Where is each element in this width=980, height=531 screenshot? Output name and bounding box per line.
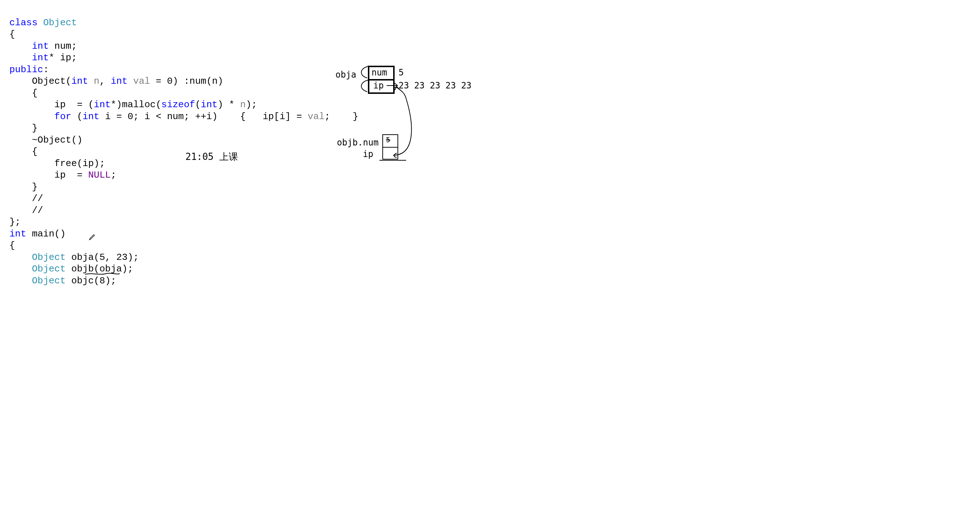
- kw-for: for: [54, 111, 72, 122]
- objb-ip-label: ip: [363, 149, 373, 159]
- code-text: *)malloc(: [111, 99, 161, 110]
- obja-num-value: 5: [399, 67, 404, 78]
- param-n: n: [88, 76, 99, 87]
- code-text: (: [72, 111, 83, 122]
- null-literal: NULL: [88, 170, 110, 180]
- param-val: val: [308, 111, 325, 122]
- code-text: ip =: [54, 170, 88, 180]
- obja-label: obja: [336, 69, 356, 80]
- pencil-cursor-icon: [89, 234, 95, 241]
- code-text: * ip;: [49, 53, 77, 63]
- page-root: class Object { int num; int* ip; public:…: [0, 0, 980, 531]
- obja-ip-label: ip: [373, 80, 384, 91]
- kw-int: int: [72, 76, 88, 87]
- code-text: );: [246, 99, 257, 110]
- code-text: }: [32, 182, 38, 192]
- code-text: free(ip);: [54, 158, 105, 169]
- kw-int: int: [83, 111, 100, 122]
- kw-int: int: [94, 99, 111, 110]
- param-val: val: [128, 76, 150, 87]
- type-object: Object: [32, 276, 66, 286]
- code-text: i = 0; i < num; ++i) { ip[i] =: [100, 111, 308, 122]
- code-text: Object(: [32, 76, 71, 87]
- kw-class: class: [10, 18, 38, 28]
- kw-int: int: [32, 41, 49, 52]
- kw-int: int: [111, 76, 128, 87]
- kw-int: int: [201, 99, 218, 110]
- code-text: ;: [111, 170, 116, 180]
- param-n: n: [240, 99, 246, 110]
- code-text: {: [32, 88, 38, 99]
- underline-sketch-objb: [84, 271, 121, 276]
- kw-int: int: [10, 228, 26, 239]
- dangling-pointer-curve: [390, 83, 422, 159]
- reminder-text: 21:05 上课: [185, 151, 238, 163]
- kw-int: int: [32, 53, 49, 63]
- code-text: obja(5, 23);: [66, 252, 139, 263]
- code-text: :: [43, 64, 49, 75]
- code-text: ip = (: [54, 99, 94, 110]
- code-text: //: [32, 205, 43, 216]
- code-text: (: [195, 99, 201, 110]
- objb-underline-sketch: [379, 159, 407, 163]
- code-text: //: [32, 193, 43, 204]
- type-object: Object: [32, 263, 66, 274]
- code-text: ~Object(): [32, 135, 82, 145]
- type-object: Object: [43, 18, 77, 28]
- code-text: ) *: [218, 99, 240, 110]
- obja-brace-sketch: [357, 65, 370, 94]
- kw-sizeof: sizeof: [161, 99, 195, 110]
- code-text: ,: [100, 76, 111, 87]
- code-line: {: [10, 29, 15, 40]
- objb-num-label: objb.num: [337, 137, 379, 148]
- kw-public: public: [10, 64, 43, 75]
- code-text: {: [32, 146, 38, 157]
- code-block: class Object { int num; int* ip; public:…: [10, 5, 358, 287]
- code-text: objc(8);: [66, 276, 116, 286]
- code-text: main(): [26, 228, 66, 239]
- code-text: {: [10, 240, 15, 251]
- code-text: = 0) :num(n): [150, 76, 223, 87]
- code-text: num;: [49, 41, 77, 52]
- memory-diagram: obja num ip 5 23 23 23 23 23 objb.num ip…: [332, 61, 498, 177]
- code-text: }: [32, 123, 38, 134]
- code-text: };: [10, 217, 21, 227]
- type-object: Object: [32, 252, 66, 263]
- obja-num-label: num: [372, 67, 387, 78]
